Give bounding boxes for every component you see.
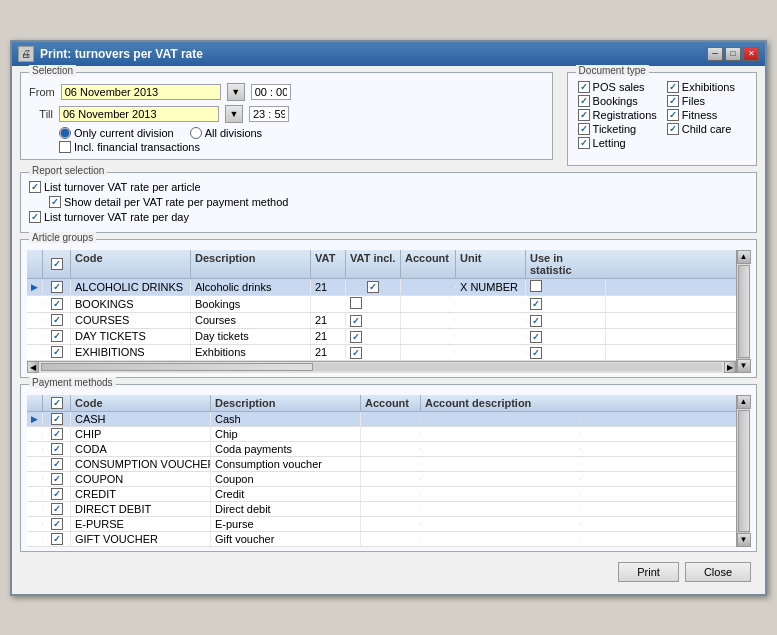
- radio-all-divisions[interactable]: All divisions: [190, 127, 262, 139]
- radio-current-label: Only current division: [74, 127, 174, 139]
- print-button[interactable]: Print: [618, 562, 679, 582]
- table-row[interactable]: DIRECT DEBIT Direct debit: [27, 502, 736, 517]
- row-checkbox[interactable]: [51, 281, 63, 293]
- doctype-childcare-label: Child care: [682, 123, 732, 135]
- row-checkbox[interactable]: [51, 413, 63, 425]
- payment-v-scroll[interactable]: ▲ ▼: [736, 395, 750, 547]
- payment-select-all-cb[interactable]: [51, 397, 63, 409]
- minimize-button[interactable]: ─: [707, 47, 723, 61]
- table-row[interactable]: DAY TICKETS Day tickets 21: [27, 329, 736, 345]
- row-use-stat-cb: [530, 298, 542, 310]
- th-code: Code: [71, 250, 191, 278]
- row-arrow: [27, 463, 43, 465]
- report-list-vat-day-label: List turnover VAT rate per day: [44, 211, 189, 223]
- row-desc: Alcoholic drinks: [191, 280, 311, 294]
- till-date-input[interactable]: [59, 106, 219, 122]
- th-account: Account: [401, 250, 456, 278]
- row-checkbox[interactable]: [51, 330, 63, 342]
- table-row[interactable]: COURSES Courses 21: [27, 313, 736, 329]
- row-checkbox[interactable]: [51, 518, 63, 530]
- row-checkbox[interactable]: [51, 346, 63, 358]
- doctype-group: Document type POS sales Exhibitions Book…: [567, 72, 757, 166]
- v-scroll-up-btn[interactable]: ▲: [737, 250, 751, 264]
- financial-checkbox: [59, 141, 71, 153]
- v-scroll-down-btn[interactable]: ▼: [737, 359, 751, 373]
- row-code: BOOKINGS: [71, 297, 191, 311]
- doctype-childcare[interactable]: Child care: [667, 123, 746, 135]
- row-arrow: [27, 351, 43, 353]
- table-row[interactable]: CREDIT Credit: [27, 487, 736, 502]
- doctype-registrations[interactable]: Registrations: [578, 109, 657, 121]
- row-use-stat-cb: [530, 280, 542, 292]
- row-checkbox[interactable]: [51, 458, 63, 470]
- report-list-vat-article[interactable]: List turnover VAT rate per article: [29, 181, 748, 193]
- table-row[interactable]: E-PURSE E-purse: [27, 517, 736, 532]
- doctype-letting[interactable]: Letting: [578, 137, 657, 149]
- doctype-files[interactable]: Files: [667, 95, 746, 107]
- payment-methods-label: Payment methods: [29, 377, 116, 388]
- financial-check[interactable]: Incl. financial transactions: [59, 141, 544, 153]
- till-label: Till: [29, 108, 53, 120]
- payment-v-scroll-up-btn[interactable]: ▲: [737, 395, 751, 409]
- row-account-desc: [421, 493, 581, 495]
- h-scroll-thumb[interactable]: [41, 363, 313, 371]
- h-scroll-left-btn[interactable]: ◀: [27, 361, 39, 373]
- table-row[interactable]: ▶ ALCOHOLIC DRINKS Alcoholic drinks 21 X…: [27, 279, 736, 296]
- row-desc: Direct debit: [211, 502, 361, 516]
- selection-label: Selection: [29, 65, 76, 76]
- table-row[interactable]: CHIP Chip: [27, 427, 736, 442]
- doctype-bookings[interactable]: Bookings: [578, 95, 657, 107]
- row-checkbox[interactable]: [51, 298, 63, 310]
- doctype-pos-sales[interactable]: POS sales: [578, 81, 657, 93]
- report-list-vat-day[interactable]: List turnover VAT rate per day: [29, 211, 748, 223]
- close-window-button[interactable]: ✕: [743, 47, 759, 61]
- table-row[interactable]: COUPON Coupon: [27, 472, 736, 487]
- from-time-input[interactable]: [251, 84, 291, 100]
- th-vat-incl: VAT incl.: [346, 250, 401, 278]
- payment-v-scroll-thumb[interactable]: [738, 410, 750, 532]
- h-scroll-right-btn[interactable]: ▶: [724, 361, 736, 373]
- row-checkbox[interactable]: [51, 488, 63, 500]
- table-row[interactable]: CODA Coda payments: [27, 442, 736, 457]
- doctype-childcare-cb: [667, 123, 679, 135]
- table-row[interactable]: BOOKINGS Bookings: [27, 296, 736, 313]
- article-v-scroll[interactable]: ▲ ▼: [736, 250, 750, 373]
- maximize-button[interactable]: □: [725, 47, 741, 61]
- table-row[interactable]: EXHIBITIONS Exhbitions 21: [27, 345, 736, 361]
- till-calendar-button[interactable]: ▼: [225, 105, 243, 123]
- row-cb-cell: [43, 502, 71, 516]
- table-row[interactable]: ▶ CASH Cash: [27, 412, 736, 427]
- article-select-all-cb[interactable]: [51, 258, 63, 270]
- payment-v-scroll-down-btn[interactable]: ▼: [737, 533, 751, 547]
- close-button[interactable]: Close: [685, 562, 751, 582]
- doctype-grid: POS sales Exhibitions Bookings Files: [578, 81, 746, 149]
- row-checkbox[interactable]: [51, 473, 63, 485]
- from-date-input[interactable]: [61, 84, 221, 100]
- row-checkbox[interactable]: [51, 533, 63, 545]
- selection-group: Selection From ▼ Till ▼: [20, 72, 553, 160]
- v-scroll-thumb[interactable]: [738, 265, 750, 358]
- doctype-fitness[interactable]: Fitness: [667, 109, 746, 121]
- article-h-scroll[interactable]: ◀ ▶: [27, 361, 736, 373]
- doctype-letting-cb: [578, 137, 590, 149]
- till-time-input[interactable]: [249, 106, 289, 122]
- row-checkbox[interactable]: [51, 443, 63, 455]
- row-cb-cell: [43, 412, 71, 426]
- row-checkbox[interactable]: [51, 428, 63, 440]
- row-checkbox[interactable]: [51, 314, 63, 326]
- row-account-desc: [421, 478, 581, 480]
- article-table-header: Code Description VAT VAT incl. Account U…: [27, 250, 736, 279]
- row-checkbox[interactable]: [51, 503, 63, 515]
- radio-current-division[interactable]: Only current division: [59, 127, 174, 139]
- from-calendar-button[interactable]: ▼: [227, 83, 245, 101]
- doctype-exhibitions[interactable]: Exhibitions: [667, 81, 746, 93]
- row-code: CODA: [71, 442, 211, 456]
- row-cb-cell: [43, 457, 71, 471]
- doctype-ticketing[interactable]: Ticketing: [578, 123, 657, 135]
- report-show-detail[interactable]: Show detail per VAT rate per payment met…: [49, 196, 748, 208]
- table-row[interactable]: CONSUMPTION VOUCHER Consumption voucher: [27, 457, 736, 472]
- row-account: [361, 523, 421, 525]
- payment-table-body: ▶ CASH Cash CHIP Chip: [27, 412, 736, 547]
- row-code: CONSUMPTION VOUCHER: [71, 457, 211, 471]
- table-row[interactable]: GIFT VOUCHER Gift voucher: [27, 532, 736, 547]
